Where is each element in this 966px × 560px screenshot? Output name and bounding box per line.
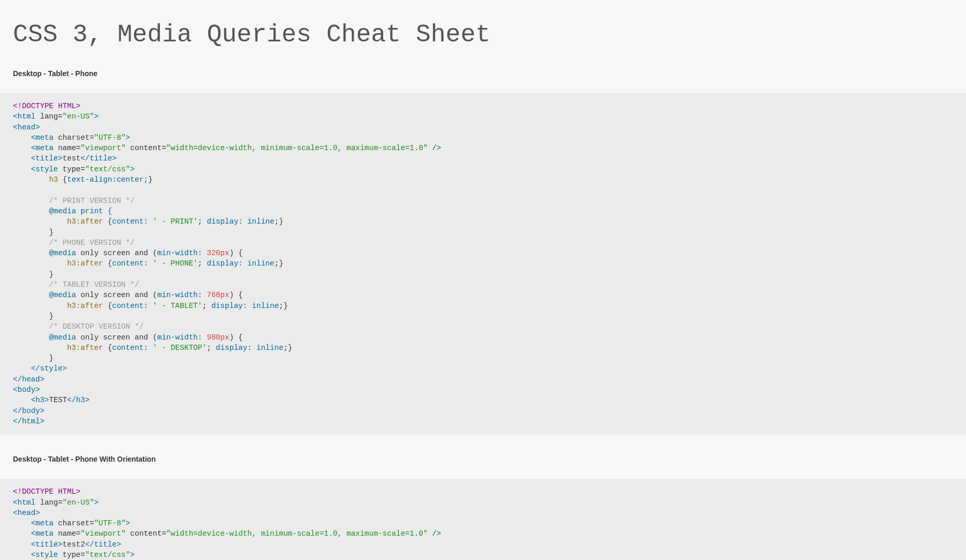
code-block-1: <!DOCTYPE HTML> <html lang="en-US"> <hea… [0,93,966,434]
section-heading-2: Desktop - Tablet - Phone With Orientatio… [0,450,966,479]
comment-phone: /* PHONE VERSION */ [49,239,135,247]
style-open: <style [31,165,58,173]
head-close: </head> [13,375,45,384]
html-close: </html> [13,417,45,425]
body-close: </body> [13,407,45,415]
comment-desktop: /* DESKTOP VERSION */ [49,322,144,331]
comment-tablet: /* TABLET VERSION */ [49,281,139,289]
meta-viewport: <meta [31,144,54,152]
style-close: </style> [31,364,67,373]
head-open: <head> [13,123,40,131]
page-title: CSS 3, Media Queries Cheat Sheet [0,0,966,64]
title-tag: <title> [31,154,63,163]
body-open: <body> [13,386,40,394]
doctype: <!DOCTYPE HTML> [13,102,81,110]
doctype-2: <!DOCTYPE HTML> [13,488,81,496]
html-open: <html [13,112,36,121]
section-heading-1: Desktop - Tablet - Phone [0,64,966,93]
comment-print: /* PRINT VERSION */ [49,197,135,205]
meta-charset: <meta [31,134,54,142]
code-block-2: <!DOCTYPE HTML> <html lang="en-US"> <hea… [0,479,966,560]
